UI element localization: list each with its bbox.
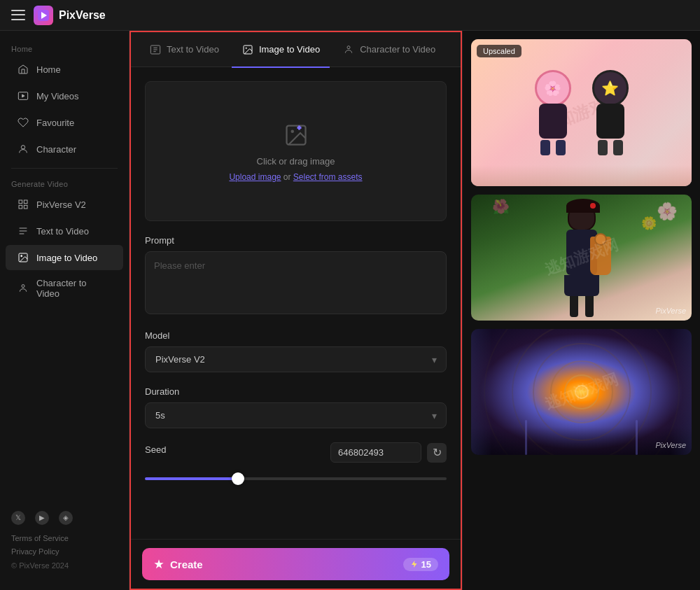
menu-icon[interactable] [11, 8, 25, 22]
gallery-badge-1: Upscaled [477, 45, 522, 57]
svg-point-10 [22, 285, 24, 288]
gallery-brand-3: PixVerse [655, 441, 686, 449]
social-links: 𝕏 ▶ ◈ [11, 511, 118, 525]
tab-character-to-video[interactable]: Character to Video [332, 38, 445, 62]
tab-image-icon [241, 43, 254, 56]
my-videos-label: My Videos [36, 91, 78, 101]
tab-text-to-video[interactable]: Text to Video [139, 38, 229, 62]
svg-rect-4 [19, 200, 22, 204]
lightning-icon [410, 560, 419, 568]
text-to-video-label: Text to Video [36, 226, 89, 237]
tab-text-to-video-label: Text to Video [167, 44, 219, 55]
tab-image-to-video[interactable]: Image to Video [232, 38, 330, 62]
logo: PixVerse [34, 6, 106, 25]
prompt-label: Prompt [145, 235, 447, 246]
home-label: Home [36, 64, 61, 75]
gallery-item-3[interactable]: PixVerse 逃知游戏网 [471, 329, 692, 455]
seed-section: Seed ↻ [145, 442, 447, 482]
upload-icon [282, 121, 310, 149]
copyright: © PixVerse 2024 [11, 561, 69, 570]
upload-links: Upload image or Select from assets [229, 172, 362, 182]
prompt-input[interactable] [145, 251, 447, 314]
gallery-item-2[interactable]: 🌸 🌼 🌺 [471, 195, 692, 321]
sidebar-item-character[interactable]: Character [6, 136, 123, 162]
gallery-brand-2: PixVerse [655, 307, 686, 315]
sidebar-section-home: Home [0, 39, 129, 56]
youtube-icon[interactable]: ▶ [35, 511, 49, 525]
seed-input[interactable] [330, 442, 421, 463]
upload-image-link[interactable]: Upload image [229, 172, 281, 182]
sidebar-item-image-to-video[interactable]: Image to Video [6, 245, 123, 270]
logo-icon [34, 6, 53, 25]
duration-select[interactable]: 5s 8s 10s [145, 402, 447, 428]
sparkle-icon [153, 559, 164, 570]
sidebar-item-home[interactable]: Home [6, 57, 123, 82]
content-area: Text to Video Image to Video Character t… [130, 31, 700, 590]
sidebar-divider [11, 168, 118, 169]
main-panel: Text to Video Image to Video Character t… [130, 31, 462, 590]
create-button[interactable]: Create 15 [142, 548, 449, 580]
videos-icon [17, 90, 29, 102]
svg-point-16 [290, 129, 294, 133]
select-assets-link[interactable]: Select from assets [293, 172, 363, 182]
main-layout: Home Home My Videos Favourite Character [0, 31, 700, 590]
upload-main-text: Click or drag image [257, 156, 335, 167]
sidebar-item-text-to-video[interactable]: Text to Video [6, 218, 123, 244]
duration-select-wrapper: 5s 8s 10s [145, 402, 447, 428]
character-to-video-label: Character to Video [36, 278, 112, 299]
character-label: Character [36, 144, 76, 155]
duration-section: Duration 5s 8s 10s [145, 386, 447, 428]
pixverse-v2-label: PixVerse V2 [36, 199, 86, 210]
tab-text-icon [149, 43, 162, 56]
gallery-img-guitar: 🌸 🌼 🌺 [471, 195, 692, 321]
sidebar-item-character-to-video[interactable]: Character to Video [6, 272, 123, 305]
sidebar-item-my-videos[interactable]: My Videos [6, 83, 123, 108]
gallery-item-1[interactable]: 🌸 ⭐ [471, 39, 692, 186]
svg-rect-7 [24, 205, 27, 209]
seed-refresh-button[interactable]: ↻ [427, 443, 447, 463]
x-social-icon[interactable]: 𝕏 [11, 511, 25, 525]
privacy-link[interactable]: Privacy Policy [11, 545, 118, 559]
svg-point-13 [246, 47, 247, 48]
character-video-icon [17, 282, 29, 295]
heart-icon [17, 116, 29, 129]
gallery-img-chibi: 🌸 ⭐ [471, 39, 692, 186]
gallery-img-tunnel: PixVerse 逃知游戏网 [471, 329, 692, 455]
terms-link[interactable]: Terms of Service [11, 532, 118, 546]
create-btn-label: Create [170, 559, 203, 570]
sidebar-item-pixverse-v2[interactable]: PixVerse V2 [6, 192, 123, 217]
model-select-wrapper: PixVerse V2 PixVerse V1 [145, 346, 447, 372]
footer-links: Terms of Service Privacy Policy © PixVer… [11, 532, 118, 573]
seed-row: Seed ↻ [145, 442, 447, 463]
tab-character-to-video-label: Character to Video [360, 44, 435, 55]
image-to-video-label: Image to Video [36, 253, 97, 263]
text-icon [17, 225, 29, 237]
seed-slider[interactable] [145, 477, 447, 480]
svg-point-3 [21, 146, 24, 149]
favourite-label: Favourite [36, 118, 74, 128]
sidebar-item-favourite[interactable]: Favourite [6, 110, 123, 135]
model-section: Model PixVerse V2 PixVerse V1 [145, 330, 447, 372]
sidebar: Home Home My Videos Favourite Character [0, 31, 130, 590]
model-select[interactable]: PixVerse V2 PixVerse V1 [145, 346, 447, 372]
discord-icon[interactable]: ◈ [59, 511, 73, 525]
seed-label: Seed [145, 444, 166, 455]
slider-container [145, 471, 447, 482]
panel-content: Click or drag image Upload image or Sele… [131, 67, 461, 539]
model-label: Model [145, 330, 447, 341]
create-badge: 15 [403, 558, 438, 571]
sidebar-section-generate: Generate Video [0, 174, 129, 191]
svg-point-14 [347, 45, 350, 48]
grid-icon [17, 198, 29, 211]
image-upload-area[interactable]: Click or drag image Upload image or Sele… [145, 81, 447, 221]
image-icon [17, 251, 29, 264]
create-btn-container: Create 15 [131, 539, 461, 589]
upload-or: or [284, 172, 293, 182]
duration-label: Duration [145, 386, 447, 397]
create-btn-left: Create [153, 559, 203, 570]
logo-text: PixVerse [59, 9, 106, 22]
character-icon [17, 143, 29, 155]
tab-image-to-video-label: Image to Video [259, 44, 320, 55]
svg-rect-6 [19, 205, 22, 209]
tabs-bar: Text to Video Image to Video Character t… [131, 32, 461, 67]
